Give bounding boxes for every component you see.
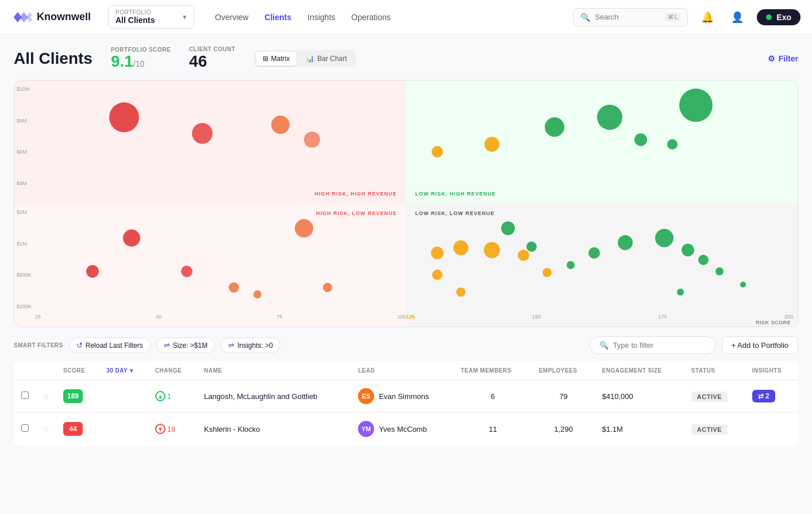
bar-chart-label: Bar Chart [317, 55, 347, 63]
row-name-cell: Langosh, McLaughlin and Gottlieb [197, 380, 351, 413]
client-count-block: CLIENT COUNT 46 [189, 46, 235, 71]
view-toggle: ⊞ Matrix 📊 Bar Chart [254, 50, 356, 67]
reload-filters-chip[interactable]: ↺ Reload Last Filters [69, 337, 151, 353]
row-day-cell [99, 380, 148, 413]
quadrant-low-risk-low-revenue: 125 150 175 200 RISK SCORE [406, 204, 798, 327]
filter-search: 🔍 [590, 336, 716, 354]
reload-label: Reload Last Filters [86, 342, 143, 350]
col-score: SCORE [56, 362, 99, 380]
exo-status-dot [766, 14, 772, 20]
insights-filter-chip[interactable]: ⇌ Insights: >0 [221, 337, 280, 353]
row-checkbox-cell[interactable] [14, 413, 36, 446]
lead-name: Yves McComb [379, 425, 427, 434]
bar-chart-toggle-button[interactable]: 📊 Bar Chart [299, 52, 353, 66]
lead-avatar: ES [358, 388, 374, 404]
row-star-cell[interactable]: ☆ [36, 380, 56, 413]
filter-search-input-wrapper[interactable]: 🔍 [590, 336, 716, 354]
type-to-filter-input[interactable] [613, 341, 706, 350]
low-risk-high-label: LOW RISK, HIGH REVENUE [415, 191, 497, 197]
row-employees-cell: 79 [532, 380, 595, 413]
col-status: STATUS [684, 362, 745, 380]
low-risk-low-label: LOW RISK, LOW REVENUE [415, 210, 495, 216]
matrix-toggle-button[interactable]: ⊞ Matrix [256, 52, 297, 66]
nav-links: Overview Clients Insights Operations [215, 13, 391, 22]
size-filter-chip[interactable]: ⇌ Size: >$1M [156, 337, 215, 353]
change-value: 18 [167, 425, 175, 434]
change-circle-icon: ▼ [155, 424, 166, 434]
search-input[interactable] [595, 13, 660, 21]
size-label: Size: >$1M [173, 342, 207, 350]
row-score-cell: 189 [56, 380, 99, 413]
row-lead-cell: YM Yves McComb [351, 413, 454, 446]
add-to-portfolio-button[interactable]: + Add to Portfolio [722, 336, 798, 354]
high-risk-low-label: HIGH RISK, LOW REVENUE [316, 210, 397, 216]
row-team-members-cell: 6 [454, 380, 532, 413]
col-checkbox [14, 362, 36, 380]
row-employees-cell: 1,290 [532, 413, 595, 446]
row-checkbox[interactable] [21, 424, 29, 432]
quadrant-high-risk-high-revenue: $10M $8M $6M $4M HIGH RISK, HIGH REVENUE [14, 80, 406, 204]
status-badge: ACTIVE [691, 424, 728, 435]
table-header-row: SCORE 30 DAY ▾ CHANGE NAME LEAD TEAM MEM… [14, 362, 798, 380]
client-count-value: 46 [189, 52, 235, 71]
insights-filter-icon: ⇌ [228, 341, 234, 350]
row-checkbox-cell[interactable] [14, 380, 36, 413]
bar-chart-icon: 📊 [306, 55, 314, 63]
search-bar[interactable]: 🔍 ⌘L [573, 8, 688, 26]
row-insights-cell: ⇄ 2 [745, 380, 798, 413]
scatter-chart: $10M $8M $6M $4M HIGH RISK, HIGH REVENUE… [14, 80, 798, 327]
day-chevron: ▾ [130, 367, 133, 374]
portfolio-value: All Clients [116, 16, 155, 25]
table-row: ☆ 189 ▲ 1 Langosh, McLaughlin and Gottli… [14, 380, 798, 413]
row-checkbox[interactable] [21, 392, 29, 399]
matrix-label: Matrix [271, 55, 290, 63]
portfolio-score-value: 9.1/10 [111, 53, 171, 71]
col-lead: LEAD [351, 362, 454, 380]
portfolio-selector[interactable]: PORTFOLIO All Clients ▾ [108, 5, 194, 29]
nav-clients[interactable]: Clients [264, 13, 291, 22]
day-label: 30 DAY [106, 367, 128, 374]
filter-label: Filter [779, 54, 798, 63]
page-title: All Clients [14, 49, 93, 68]
change-value: 1 [167, 392, 171, 401]
row-change-cell: ▼ 18 [148, 413, 197, 446]
size-filter-icon: ⇌ [164, 341, 170, 350]
insights-badge: ⇄ 2 [752, 390, 775, 402]
col-team-members: TEAM MEMBERS [454, 362, 532, 380]
search-icon: 🔍 [580, 13, 590, 22]
portfolio-score-block: PORTFOLIO SCORE 9.1/10 [111, 47, 171, 71]
lead-name: Evan Simmons [379, 392, 429, 401]
search-shortcut: ⌘L [665, 13, 681, 21]
nav-operations[interactable]: Operations [351, 13, 390, 22]
navbar: Knownwell PORTFOLIO All Clients ▾ Overvi… [0, 0, 812, 34]
matrix-icon: ⊞ [263, 55, 268, 63]
quadrant-low-risk-high-revenue: LOW RISK, HIGH REVENUE [406, 80, 798, 204]
nav-overview[interactable]: Overview [215, 13, 248, 22]
profile-button[interactable]: 👤 [727, 7, 748, 28]
logo-icon [11, 9, 32, 25]
notifications-button[interactable]: 🔔 [697, 7, 718, 28]
filter-icon: ⚙ [768, 54, 775, 63]
row-insights-cell [745, 413, 798, 446]
row-engagement-size-cell: $410,000 [595, 380, 684, 413]
col-name: NAME [197, 362, 351, 380]
exo-label: Exo [776, 13, 791, 22]
filter-button[interactable]: ⚙ Filter [768, 54, 798, 63]
exo-button[interactable]: Exo [757, 9, 801, 25]
row-status-cell: ACTIVE [684, 413, 745, 446]
smart-filters-row: SMART FILTERS ↺ Reload Last Filters ⇌ Si… [14, 336, 798, 354]
quadrant-high-risk-low-revenue: $2M $1M $500K $100K 25 50 75 100 HIGH RI… [14, 204, 406, 327]
col-employees: EMPLOYEES [532, 362, 595, 380]
score-badge: 189 [63, 389, 83, 403]
col-day-change[interactable]: 30 DAY ▾ [99, 362, 148, 380]
row-star-cell[interactable]: ☆ [36, 413, 56, 446]
score-badge: 44 [63, 422, 83, 436]
high-risk-high-label: HIGH RISK, HIGH REVENUE [314, 191, 397, 197]
row-team-members-cell: 11 [454, 413, 532, 446]
insights-label: Insights: >0 [237, 342, 273, 350]
col-insights: INSIGHTS [745, 362, 798, 380]
reload-icon: ↺ [76, 341, 83, 350]
row-name-cell: Kshlerin - Klocko [197, 413, 351, 446]
row-score-cell: 44 [56, 413, 99, 446]
nav-insights[interactable]: Insights [307, 13, 335, 22]
